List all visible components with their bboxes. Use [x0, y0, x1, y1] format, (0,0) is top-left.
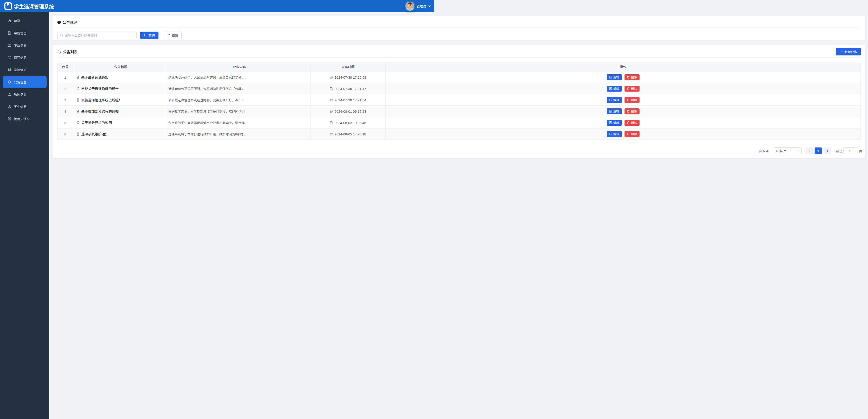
svg-text:i: i	[59, 21, 60, 24]
